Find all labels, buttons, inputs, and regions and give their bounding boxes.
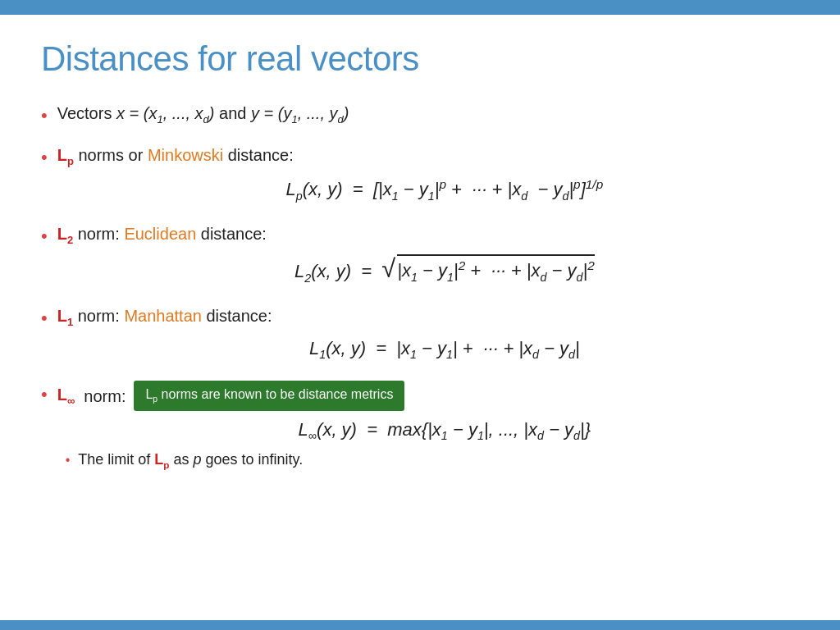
lp-label: Lp: [57, 146, 74, 164]
list-item-linf: • L∞ norm: Lp norms are known to be dist…: [41, 381, 799, 471]
list-item-lp: • Lp norms or Minkowski distance: Lp(x, …: [41, 144, 799, 208]
bullet-vectors: Vectors x = (x1, ..., xd) and y = (y1, .…: [57, 102, 799, 127]
l2-formula: L2(x, y) = √|x1 − y1|2 + ··· + |xd − yd|…: [90, 254, 799, 286]
bullet-dot: •: [41, 103, 48, 129]
list-item: • Vectors x = (x1, ..., xd) and y = (y1,…: [41, 102, 799, 129]
list-item-l2: • L2 norm: Euclidean distance: L2(x, y) …: [41, 222, 799, 290]
bullet-lp: Lp norms or Minkowski distance: Lp(x, y)…: [57, 144, 799, 208]
euclidean-label: Euclidean: [124, 225, 196, 243]
math-x: x = (x1, ..., xd): [116, 104, 215, 122]
inner-lp-label: Lp: [154, 451, 169, 468]
minkowski-label: Minkowski: [148, 146, 223, 164]
bullet-dot-lp: •: [41, 145, 48, 171]
bullet-dot-linf: •: [41, 382, 48, 408]
tooltip-box: Lp norms are known to be distance metric…: [134, 381, 404, 411]
inner-bullet: • The limit of Lp as p goes to infinity.: [57, 450, 799, 472]
top-bar: [0, 0, 840, 15]
bullet-dot-l2: •: [41, 224, 48, 249]
inner-bullet-dot: •: [66, 451, 71, 469]
linf-label: L∞: [57, 383, 75, 409]
tooltip-sub: p: [153, 395, 158, 404]
linf-row: L∞ norm: Lp norms are known to be distan…: [57, 381, 799, 411]
slide-content: Distances for real vectors • Vectors x =…: [0, 15, 840, 503]
inner-bullet-text: The limit of Lp as p goes to infinity.: [78, 450, 303, 472]
math-y: y = (y1, ..., yd): [251, 104, 349, 122]
bullet-l2: L2 norm: Euclidean distance: L2(x, y) = …: [57, 222, 799, 290]
lp-formula: Lp(x, y) = [|x1 − y1|p + ··· + |xd − yd|…: [90, 176, 799, 204]
l2-label: L2: [57, 225, 73, 243]
list-item-l1: • L1 norm: Manhattan distance: L1(x, y) …: [41, 304, 799, 367]
bullet-list: • Vectors x = (x1, ..., xd) and y = (y1,…: [41, 102, 799, 472]
sqrt-symbol: √: [381, 257, 395, 282]
l1-label: L1: [57, 307, 73, 325]
l1-formula: L1(x, y) = |x1 − y1| + ··· + |xd − yd|: [90, 336, 799, 363]
sqrt-wrapper: √|x1 − y1|2 + ··· + |xd − yd|2: [381, 254, 594, 285]
manhattan-label: Manhattan: [124, 307, 202, 325]
bullet-l1: L1 norm: Manhattan distance: L1(x, y) = …: [57, 304, 799, 367]
sqrt-content: |x1 − y1|2 + ··· + |xd − yd|2: [397, 254, 595, 285]
bottom-bar: [0, 620, 840, 630]
bullet-linf: L∞ norm: Lp norms are known to be distan…: [57, 381, 799, 471]
linf-formula: L∞(x, y) = max{|x1 − y1|, ..., |xd − yd|…: [90, 418, 799, 444]
slide-title: Distances for real vectors: [41, 39, 799, 79]
bullet-dot-l1: •: [41, 306, 48, 331]
